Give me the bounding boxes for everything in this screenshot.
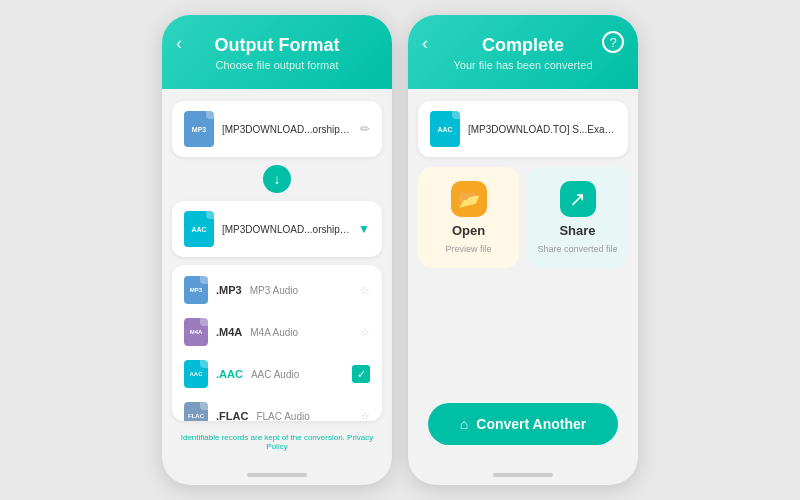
right-home-bar (493, 473, 553, 477)
format-list: MP3 .MP3 MP3 Audio ☆ M4A .M4A M4A Audio … (172, 265, 382, 421)
converted-file-name: [MP3DOWNLOAD.TO] S...Exalt Worship-64k.a… (468, 124, 616, 135)
mp3-icon: MP3 (184, 276, 208, 304)
home-icon: ⌂ (460, 416, 468, 432)
flac-desc: FLAC Audio (256, 411, 352, 422)
aac-check-icon: ✓ (352, 365, 370, 383)
m4a-desc: M4A Audio (250, 327, 352, 338)
convert-arrow: ↓ (263, 165, 291, 193)
source-file-box: MP3 [MP3DOWNLOAD...orship-64k.MP3 ✏ (172, 101, 382, 157)
converted-file-box: AAC [MP3DOWNLOAD.TO] S...Exalt Worship-6… (418, 101, 628, 157)
output-file-name: [MP3DOWNLOAD...orship-64k.AAC (222, 224, 350, 235)
home-bar (247, 473, 307, 477)
flac-star-icon[interactable]: ☆ (360, 410, 370, 422)
right-panel-title: Complete (424, 35, 622, 56)
output-file-box[interactable]: AAC [MP3DOWNLOAD...orship-64k.AAC ▼ (172, 201, 382, 257)
share-icon: ↗ (560, 181, 596, 217)
right-panel: ‹ ? Complete Your file has been converte… (408, 15, 638, 485)
open-action-card[interactable]: 📂 Open Preview file (418, 167, 519, 268)
left-panel-content: MP3 [MP3DOWNLOAD...orship-64k.MP3 ✏ ↓ AA… (162, 89, 392, 467)
mp3-star-icon[interactable]: ☆ (360, 284, 370, 297)
left-panel-subtitle: Choose file output format (178, 59, 376, 71)
left-panel-header: ‹ Output Format Choose file output forma… (162, 15, 392, 89)
complete-content: AAC [MP3DOWNLOAD.TO] S...Exalt Worship-6… (408, 89, 638, 467)
share-desc: Share converted file (537, 244, 617, 254)
left-panel-title: Output Format (178, 35, 376, 56)
action-row: 📂 Open Preview file ↗ Share Share conver… (418, 167, 628, 268)
format-item-aac[interactable]: AAC .AAC AAC Audio ✓ (172, 353, 382, 395)
open-desc: Preview file (445, 244, 491, 254)
share-label: Share (559, 223, 595, 238)
edit-icon[interactable]: ✏ (360, 122, 370, 136)
convert-another-button[interactable]: ⌂ Convert Another (428, 403, 618, 445)
source-file-icon: MP3 (184, 111, 214, 147)
flac-ext: .FLAC (216, 410, 248, 421)
help-button[interactable]: ? (602, 31, 624, 53)
arrow-down-icon: ↓ (274, 171, 281, 187)
format-item-mp3[interactable]: MP3 .MP3 MP3 Audio ☆ (172, 269, 382, 311)
mp3-desc: MP3 Audio (250, 285, 352, 296)
right-back-button[interactable]: ‹ (422, 33, 428, 54)
output-file-icon: AAC (184, 211, 214, 247)
left-back-button[interactable]: ‹ (176, 33, 182, 54)
aac-desc: AAC Audio (251, 369, 344, 380)
flac-icon: FLAC (184, 402, 208, 421)
m4a-icon: M4A (184, 318, 208, 346)
share-action-card[interactable]: ↗ Share Share converted file (527, 167, 628, 268)
converted-file-icon: AAC (430, 111, 460, 147)
right-panel-subtitle: Your file has been converted (424, 59, 622, 71)
format-item-flac[interactable]: FLAC .FLAC FLAC Audio ☆ (172, 395, 382, 421)
privacy-note: Identifiable records are kept of the con… (172, 429, 382, 455)
aac-icon: AAC (184, 360, 208, 388)
open-icon: 📂 (451, 181, 487, 217)
aac-ext: .AAC (216, 368, 243, 380)
right-panel-header: ‹ ? Complete Your file has been converte… (408, 15, 638, 89)
left-panel: ‹ Output Format Choose file output forma… (162, 15, 392, 485)
spacer (418, 278, 628, 393)
m4a-ext: .M4A (216, 326, 242, 338)
convert-another-label: Convert Another (476, 416, 586, 432)
mp3-ext: .MP3 (216, 284, 242, 296)
format-item-m4a[interactable]: M4A .M4A M4A Audio ☆ (172, 311, 382, 353)
source-file-name: [MP3DOWNLOAD...orship-64k.MP3 (222, 124, 352, 135)
open-label: Open (452, 223, 485, 238)
dropdown-arrow-icon[interactable]: ▼ (358, 222, 370, 236)
m4a-star-icon[interactable]: ☆ (360, 326, 370, 339)
